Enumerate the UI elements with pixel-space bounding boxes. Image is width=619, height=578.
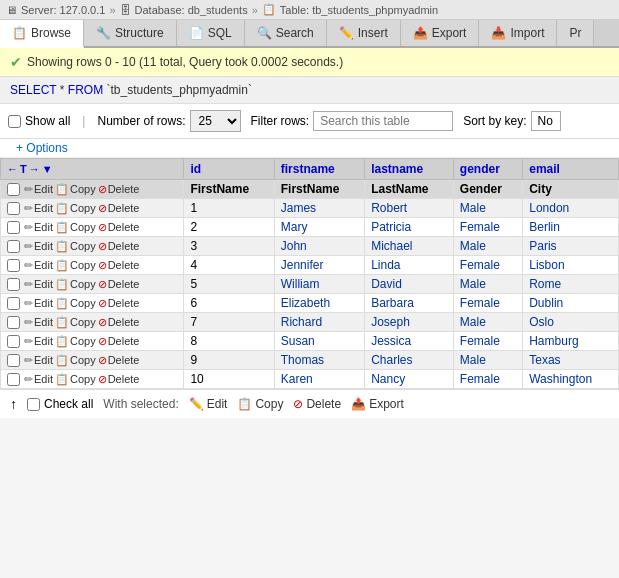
search-input[interactable]: [313, 111, 453, 131]
copy-icon: 📋: [55, 335, 69, 348]
copy-button[interactable]: 📋Copy: [55, 202, 96, 215]
delete-icon: ⊘: [98, 202, 107, 215]
edit-button[interactable]: ✏Edit: [24, 373, 53, 386]
col-header-id[interactable]: id: [184, 159, 274, 180]
delete-button[interactable]: ⊘Delete: [98, 373, 140, 386]
delete-button[interactable]: ⊘Delete: [98, 221, 140, 234]
delete-button[interactable]: ⊘Delete: [98, 202, 140, 215]
copy-button[interactable]: 📋Copy: [55, 278, 96, 291]
pencil-icon: ✏: [24, 240, 33, 253]
edit-button[interactable]: ✏Edit: [24, 183, 53, 196]
col-header-email[interactable]: email: [523, 159, 619, 180]
delete-button[interactable]: ⊘Delete: [98, 316, 140, 329]
edit-button[interactable]: ✏Edit: [24, 221, 53, 234]
pencil-icon: ✏: [24, 202, 33, 215]
pencil-icon: ✏: [24, 221, 33, 234]
delete-button[interactable]: ⊘Delete: [98, 278, 140, 291]
tab-search[interactable]: 🔍 Search: [245, 20, 327, 46]
row-checkbox[interactable]: [7, 316, 20, 329]
row-checkbox[interactable]: [7, 183, 20, 196]
row-checkbox[interactable]: [7, 259, 20, 272]
delete-button[interactable]: ⊘Delete: [98, 335, 140, 348]
bottom-copy-button[interactable]: 📋 Copy: [237, 397, 283, 411]
edit-button[interactable]: ✏Edit: [24, 335, 53, 348]
data-table-container: ← T → ▼ id firstname lastname gender ema…: [0, 158, 619, 389]
tab-sql[interactable]: 📄 SQL: [177, 20, 245, 46]
pencil-icon: ✏: [24, 354, 33, 367]
col-header-gender[interactable]: gender: [453, 159, 522, 180]
sort-key-input[interactable]: [531, 111, 561, 131]
edit-button[interactable]: ✏Edit: [24, 316, 53, 329]
row-checkbox[interactable]: [7, 335, 20, 348]
tab-structure[interactable]: 🔧 Structure: [84, 20, 177, 46]
tab-import[interactable]: 📥 Import: [479, 20, 557, 46]
copy-button[interactable]: 📋Copy: [55, 354, 96, 367]
check-all-checkbox[interactable]: [27, 398, 40, 411]
edit-button[interactable]: ✏Edit: [24, 240, 53, 253]
arrow-right-icon[interactable]: →: [29, 163, 40, 175]
cell-firstname: Jennifer: [274, 256, 364, 275]
row-checkbox[interactable]: [7, 297, 20, 310]
cell-email: Washington: [523, 370, 619, 389]
copy-button[interactable]: 📋Copy: [55, 240, 96, 253]
tab-insert[interactable]: ✏️ Insert: [327, 20, 401, 46]
tab-browse[interactable]: 📋 Browse: [0, 20, 84, 48]
show-all-label[interactable]: Show all: [8, 114, 70, 128]
sort-down-icon[interactable]: ▼: [42, 163, 53, 175]
import-icon: 📥: [491, 26, 506, 40]
row-checkbox[interactable]: [7, 240, 20, 253]
row-checkbox[interactable]: [7, 373, 20, 386]
cell-email: Oslo: [523, 313, 619, 332]
options-link[interactable]: + Options: [8, 139, 76, 157]
pencil-icon: ✏: [24, 278, 33, 291]
check-icon: ✔: [10, 54, 22, 70]
col-header-firstname[interactable]: firstname: [274, 159, 364, 180]
delete-button[interactable]: ⊘Delete: [98, 259, 140, 272]
row-checkbox[interactable]: [7, 354, 20, 367]
row-checkbox[interactable]: [7, 202, 20, 215]
action-cell: ✏Edit 📋Copy ⊘Delete: [1, 351, 184, 370]
delete-button[interactable]: ⊘Delete: [98, 354, 140, 367]
copy-button[interactable]: 📋Copy: [55, 373, 96, 386]
show-all-checkbox[interactable]: [8, 115, 21, 128]
delete-button[interactable]: ⊘Delete: [98, 297, 140, 310]
cell-email: Berlin: [523, 218, 619, 237]
sql-wildcard: *: [60, 83, 68, 97]
bottom-edit-button[interactable]: ✏️ Edit: [189, 397, 228, 411]
delete-icon: ⊘: [98, 183, 107, 196]
copy-button[interactable]: 📋Copy: [55, 259, 96, 272]
row-checkbox[interactable]: [7, 278, 20, 291]
edit-button[interactable]: ✏Edit: [24, 278, 53, 291]
success-bar: ✔ Showing rows 0 - 10 (11 total, Query t…: [0, 48, 619, 77]
delete-button[interactable]: ⊘Delete: [98, 183, 140, 196]
edit-button[interactable]: ✏Edit: [24, 202, 53, 215]
copy-button[interactable]: 📋Copy: [55, 335, 96, 348]
sort-icon[interactable]: T: [20, 163, 27, 175]
bottom-export-button[interactable]: 📤 Export: [351, 397, 404, 411]
table-row: ✏Edit 📋Copy ⊘Delete2MaryPatriciaFemaleBe…: [1, 218, 619, 237]
delete-button[interactable]: ⊘Delete: [98, 240, 140, 253]
tab-pr[interactable]: Pr: [557, 20, 594, 46]
edit-button[interactable]: ✏Edit: [24, 297, 53, 310]
col-header-lastname[interactable]: lastname: [365, 159, 454, 180]
copy-icon: 📋: [55, 354, 69, 367]
cell-id: 4: [184, 256, 274, 275]
copy-button[interactable]: 📋Copy: [55, 297, 96, 310]
cell-lastname: Nancy: [365, 370, 454, 389]
edit-button[interactable]: ✏Edit: [24, 259, 53, 272]
pencil-icon: ✏: [24, 297, 33, 310]
arrow-left-icon[interactable]: ←: [7, 163, 18, 175]
cell-lastname: Michael: [365, 237, 454, 256]
copy-button[interactable]: 📋Copy: [55, 316, 96, 329]
cell-id: 3: [184, 237, 274, 256]
table-header-row: ← T → ▼ id firstname lastname gender ema…: [1, 159, 619, 180]
row-checkbox[interactable]: [7, 221, 20, 234]
check-all-label[interactable]: Check all: [27, 397, 93, 411]
edit-button[interactable]: ✏Edit: [24, 354, 53, 367]
bottom-delete-button[interactable]: ⊘ Delete: [293, 397, 341, 411]
controls-bar: Show all | Number of rows: 25 50 100 250…: [0, 104, 619, 139]
copy-button[interactable]: 📋Copy: [55, 183, 96, 196]
num-rows-select[interactable]: 25 50 100 250 500: [190, 110, 241, 132]
copy-button[interactable]: 📋Copy: [55, 221, 96, 234]
tab-export[interactable]: 📤 Export: [401, 20, 480, 46]
